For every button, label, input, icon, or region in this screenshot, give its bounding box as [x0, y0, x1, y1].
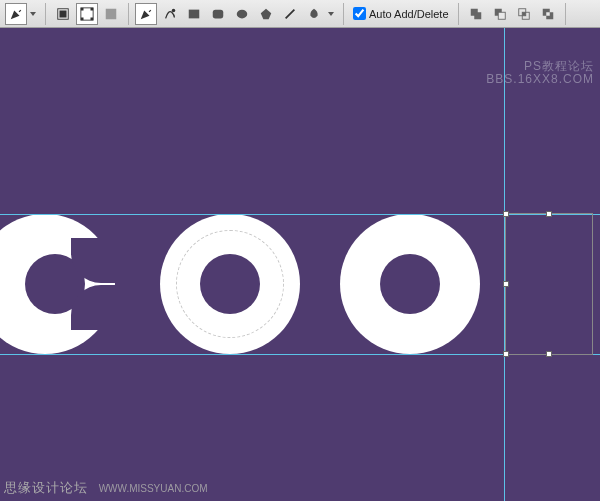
- shape-options-dropdown[interactable]: [327, 3, 335, 25]
- pen-tool-button[interactable]: [135, 3, 157, 25]
- svg-rect-9: [189, 9, 200, 18]
- separator: [128, 3, 129, 25]
- svg-rect-6: [91, 17, 94, 20]
- chevron-down-icon: [30, 12, 36, 16]
- chevron-down-icon: [328, 12, 334, 16]
- shape-letter-o-2: [340, 214, 480, 354]
- tool-preset-group: [4, 3, 40, 25]
- exclude-icon: [541, 7, 555, 21]
- custom-shape-icon: [307, 7, 321, 21]
- round-rect-icon: [211, 7, 225, 21]
- auto-add-delete-option: Auto Add/Delete: [349, 7, 453, 20]
- combine-button[interactable]: [465, 3, 487, 25]
- line-icon: [283, 7, 297, 21]
- svg-rect-23: [546, 12, 550, 16]
- svg-marker-12: [261, 8, 272, 19]
- custom-shape-tool-button[interactable]: [303, 3, 325, 25]
- separator: [343, 3, 344, 25]
- separator: [565, 3, 566, 25]
- subtract-icon: [493, 7, 507, 21]
- svg-rect-17: [498, 12, 505, 19]
- watermark-bottom-url: WWW.MISSYUAN.COM: [99, 483, 208, 494]
- separator: [458, 3, 459, 25]
- watermark-top-line2: BBS.16XX8.COM: [486, 73, 594, 86]
- svg-rect-3: [81, 7, 84, 10]
- transform-handle[interactable]: [503, 281, 509, 287]
- watermark-bottom: 思缘设计论坛 WWW.MISSYUAN.COM: [4, 479, 208, 497]
- fill-pixels-button[interactable]: [100, 3, 122, 25]
- combine-icon: [469, 7, 483, 21]
- shape-layer-icon: [56, 7, 70, 21]
- transform-handle[interactable]: [503, 351, 509, 357]
- paths-toggle-icon: [80, 7, 94, 21]
- svg-rect-1: [60, 10, 67, 17]
- watermark-bottom-name: 思缘设计论坛: [4, 480, 88, 495]
- freeform-pen-button[interactable]: [159, 3, 181, 25]
- canvas-area[interactable]: PS教程论坛 BBS.16XX8.COM: [0, 28, 600, 501]
- transform-bounding-box[interactable]: [506, 214, 592, 354]
- svg-rect-4: [91, 7, 94, 10]
- rect-icon: [187, 7, 201, 21]
- ellipse-tool-button[interactable]: [231, 3, 253, 25]
- tool-preset-dropdown[interactable]: [29, 3, 37, 25]
- svg-rect-20: [522, 12, 526, 16]
- polygon-icon: [259, 7, 273, 21]
- svg-rect-5: [81, 17, 84, 20]
- guide-horizontal[interactable]: [0, 354, 600, 355]
- svg-rect-15: [474, 12, 481, 19]
- draw-mode-group: [51, 3, 123, 25]
- rectangle-tool-button[interactable]: [183, 3, 205, 25]
- transform-handle[interactable]: [503, 211, 509, 217]
- exclude-button[interactable]: [537, 3, 559, 25]
- pen-shape-group: [134, 3, 338, 25]
- options-bar: Auto Add/Delete: [0, 0, 600, 28]
- line-tool-button[interactable]: [279, 3, 301, 25]
- svg-point-8: [172, 8, 176, 12]
- transform-handle[interactable]: [546, 211, 552, 217]
- svg-line-13: [286, 9, 295, 18]
- pen-icon: [139, 7, 153, 21]
- marquee-selection: [176, 230, 284, 338]
- path-operations-group: [464, 3, 560, 25]
- transform-handle[interactable]: [546, 351, 552, 357]
- paths-button[interactable]: [76, 3, 98, 25]
- rounded-rectangle-tool-button[interactable]: [207, 3, 229, 25]
- pen-preset-button[interactable]: [5, 3, 27, 25]
- fill-pixels-icon: [104, 7, 118, 21]
- separator: [45, 3, 46, 25]
- svg-rect-7: [106, 8, 117, 19]
- svg-point-11: [237, 9, 248, 18]
- intersect-icon: [517, 7, 531, 21]
- svg-rect-10: [213, 9, 224, 18]
- freeform-pen-icon: [163, 7, 177, 21]
- polygon-tool-button[interactable]: [255, 3, 277, 25]
- ellipse-icon: [235, 7, 249, 21]
- guide-vertical[interactable]: [504, 28, 505, 501]
- shape-layers-button[interactable]: [52, 3, 74, 25]
- watermark-top: PS教程论坛 BBS.16XX8.COM: [486, 60, 594, 86]
- pen-icon: [9, 7, 23, 21]
- shape-letter-c: [0, 214, 115, 354]
- auto-add-delete-checkbox[interactable]: [353, 7, 366, 20]
- subtract-button[interactable]: [489, 3, 511, 25]
- auto-add-delete-label: Auto Add/Delete: [369, 8, 449, 20]
- intersect-button[interactable]: [513, 3, 535, 25]
